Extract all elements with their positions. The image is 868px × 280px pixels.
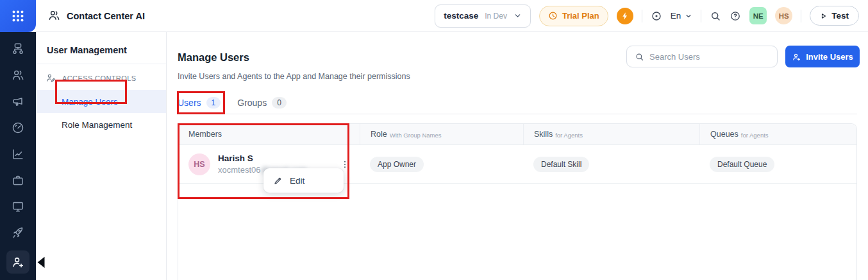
divider xyxy=(642,10,642,22)
column-queues-label: Queues xyxy=(710,130,739,139)
member-email-visible: xocmtest06 xyxy=(218,165,260,175)
search-button[interactable] xyxy=(710,10,721,22)
top-bar: Contact Center AI testcase In Dev Trial … xyxy=(0,0,868,32)
rail-item-rocket[interactable] xyxy=(6,222,29,245)
table-header: Members Role With Group Names Skills for… xyxy=(178,124,856,145)
rail-item-add-user[interactable] xyxy=(6,250,29,274)
test-button-label: Test xyxy=(831,11,849,21)
sidebar-heading: User Management xyxy=(36,32,166,64)
environment-select[interactable]: testcase In Dev xyxy=(435,4,531,28)
divider xyxy=(701,10,701,22)
tab-bar: Users 1 Groups 0 xyxy=(178,93,287,112)
rail-item-workflow[interactable] xyxy=(6,37,29,60)
environment-status: In Dev xyxy=(485,12,507,21)
column-role-label: Role xyxy=(371,130,387,139)
divider xyxy=(801,10,801,22)
trial-plan-badge[interactable]: Trial Plan xyxy=(539,6,608,26)
agents-icon xyxy=(11,68,25,82)
member-name: Harish S xyxy=(218,153,307,164)
active-tab-underline xyxy=(178,112,222,114)
sidebar: User Management ACCESS CONTROLS Manage U… xyxy=(36,32,167,280)
briefcase-icon xyxy=(11,173,25,188)
avatar-hs[interactable]: HS xyxy=(775,7,792,24)
search-icon xyxy=(635,52,644,62)
users-icon xyxy=(47,9,61,22)
chevron-down-icon xyxy=(685,12,692,20)
tab-users-count: 1 xyxy=(206,97,221,109)
sidebar-section-label: ACCESS CONTROLS xyxy=(62,74,136,82)
skills-cell: Default Skill xyxy=(523,145,699,183)
play-icon xyxy=(820,12,827,20)
tab-groups-count: 0 xyxy=(272,97,287,109)
edit-menu-label: Edit xyxy=(290,176,305,186)
column-members: Members xyxy=(178,124,360,144)
rail-item-analytics[interactable] xyxy=(6,143,29,166)
tab-users[interactable]: Users 1 xyxy=(178,97,221,109)
app-launcher-button[interactable] xyxy=(0,0,36,32)
divider xyxy=(178,114,857,114)
column-queues: Queues for Agents xyxy=(699,124,858,144)
search-users-input[interactable] xyxy=(649,52,777,62)
rail-item-gauge[interactable] xyxy=(6,116,29,139)
rail-item-workspace[interactable] xyxy=(6,169,29,192)
role-cell: App Owner xyxy=(360,145,523,183)
icon-rail xyxy=(0,32,36,280)
rocket-icon xyxy=(11,226,25,240)
topbar-actions: testcase In Dev Trial Plan xyxy=(435,4,868,28)
boost-button[interactable] xyxy=(617,8,633,24)
add-user-icon xyxy=(11,255,25,269)
tab-users-label: Users xyxy=(178,98,201,108)
avatar-ne[interactable]: NE xyxy=(749,7,767,24)
column-members-label: Members xyxy=(188,130,222,139)
app-root: Contact Center AI testcase In Dev Trial … xyxy=(0,0,868,280)
monitor-icon xyxy=(11,200,25,214)
column-skills-label: Skills xyxy=(534,130,553,139)
clock-icon xyxy=(548,11,558,21)
chevron-down-icon xyxy=(513,12,522,20)
search-users-box xyxy=(626,46,778,67)
language-select[interactable]: En xyxy=(671,11,693,21)
main-content: Manage Users Invite Users and Agents to … xyxy=(167,32,868,280)
sidebar-section-access-controls: ACCESS CONTROLS xyxy=(36,64,166,90)
invite-users-label: Invite Users xyxy=(806,52,853,62)
user-edit-icon xyxy=(46,73,56,83)
page-subtitle: Invite Users and Agents to the App and M… xyxy=(178,72,410,81)
column-skills-sub: for Agents xyxy=(555,130,583,139)
megaphone-icon xyxy=(11,94,25,109)
line-chart-icon xyxy=(11,147,25,161)
sidebar-item-role-management[interactable]: Role Management xyxy=(36,113,166,136)
tab-groups[interactable]: Groups 0 xyxy=(237,97,287,109)
rail-item-agents[interactable] xyxy=(6,64,29,87)
test-button[interactable]: Test xyxy=(810,6,859,26)
page-title: Manage Users xyxy=(178,51,249,64)
column-skills: Skills for Agents xyxy=(523,124,699,144)
queues-cell: Default Queue xyxy=(699,145,858,183)
app-title: Contact Center AI xyxy=(67,11,145,21)
search-icon xyxy=(710,10,721,22)
column-queues-sub: for Agents xyxy=(741,130,769,139)
gauge-icon xyxy=(11,121,25,135)
queue-badge: Default Queue xyxy=(710,157,774,172)
column-role-sub: With Group Names xyxy=(390,130,442,139)
role-badge: App Owner xyxy=(370,157,424,172)
help-button[interactable] xyxy=(730,10,741,22)
tab-groups-label: Groups xyxy=(237,98,267,108)
pencil-icon xyxy=(273,175,283,186)
add-user-icon xyxy=(792,52,801,62)
environment-name: testcase xyxy=(444,11,478,21)
app-title-group: Contact Center AI xyxy=(47,9,145,22)
member-avatar: HS xyxy=(188,153,210,175)
target-button[interactable] xyxy=(651,10,662,22)
row-context-menu-edit[interactable]: Edit xyxy=(263,168,344,193)
workflow-icon xyxy=(11,42,25,56)
rail-item-desktop[interactable] xyxy=(6,195,29,218)
grid-dots-icon xyxy=(10,8,26,24)
column-role: Role With Group Names xyxy=(360,124,523,144)
invite-users-button[interactable]: Invite Users xyxy=(785,46,860,67)
sidebar-item-manage-users[interactable]: Manage Users xyxy=(36,90,166,113)
skill-badge: Default Skill xyxy=(533,157,589,172)
trial-plan-label: Trial Plan xyxy=(562,11,599,21)
language-label: En xyxy=(671,11,681,21)
help-icon xyxy=(730,10,741,22)
rail-item-campaign[interactable] xyxy=(6,90,29,113)
